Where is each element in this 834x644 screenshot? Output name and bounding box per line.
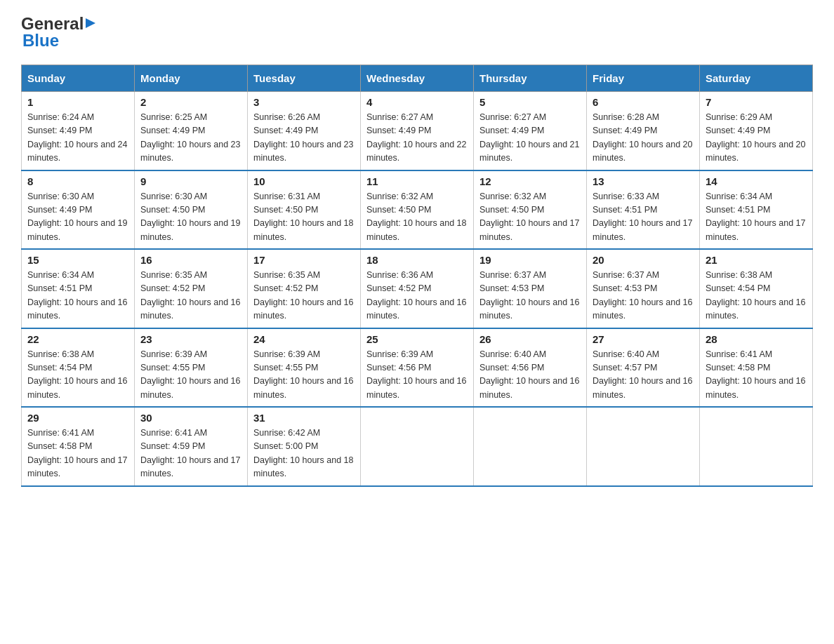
calendar-cell: 6 Sunrise: 6:28 AMSunset: 4:49 PMDayligh…: [587, 92, 700, 170]
day-info: Sunrise: 6:24 AMSunset: 4:49 PMDaylight:…: [27, 111, 128, 166]
weekday-header-sunday: Sunday: [22, 65, 135, 92]
calendar-cell: 3 Sunrise: 6:26 AMSunset: 4:49 PMDayligh…: [248, 92, 361, 170]
calendar-cell: 14 Sunrise: 6:34 AMSunset: 4:51 PMDaylig…: [700, 170, 813, 250]
day-number: 2: [140, 96, 241, 108]
day-number: 26: [479, 333, 581, 345]
calendar-cell: 5 Sunrise: 6:27 AMSunset: 4:49 PMDayligh…: [474, 92, 587, 170]
day-number: 17: [253, 254, 355, 266]
day-number: 11: [366, 175, 468, 187]
day-info: Sunrise: 6:29 AMSunset: 4:49 PMDaylight:…: [706, 111, 807, 166]
day-number: 21: [706, 254, 807, 266]
weekday-header-row: SundayMondayTuesdayWednesdayThursdayFrid…: [22, 65, 813, 92]
calendar-cell: 24 Sunrise: 6:39 AMSunset: 4:55 PMDaylig…: [248, 328, 361, 408]
day-number: 13: [593, 175, 694, 187]
weekday-header-friday: Friday: [587, 65, 700, 92]
day-info: Sunrise: 6:39 AMSunset: 4:56 PMDaylight:…: [366, 348, 468, 403]
calendar-table: SundayMondayTuesdayWednesdayThursdayFrid…: [21, 65, 813, 487]
day-number: 4: [366, 96, 468, 108]
week-row-5: 29 Sunrise: 6:41 AMSunset: 4:58 PMDaylig…: [22, 407, 813, 486]
calendar-cell: 27 Sunrise: 6:40 AMSunset: 4:57 PMDaylig…: [587, 328, 700, 408]
day-number: 14: [706, 175, 807, 187]
week-row-1: 1 Sunrise: 6:24 AMSunset: 4:49 PMDayligh…: [22, 92, 813, 170]
day-number: 16: [140, 254, 241, 266]
day-info: Sunrise: 6:37 AMSunset: 4:53 PMDaylight:…: [479, 269, 581, 323]
day-info: Sunrise: 6:28 AMSunset: 4:49 PMDaylight:…: [593, 111, 694, 166]
day-number: 9: [140, 175, 241, 187]
calendar-cell: 25 Sunrise: 6:39 AMSunset: 4:56 PMDaylig…: [361, 328, 474, 408]
calendar-cell: 17 Sunrise: 6:35 AMSunset: 4:52 PMDaylig…: [248, 249, 361, 328]
day-number: 6: [593, 96, 694, 108]
calendar-cell: 1 Sunrise: 6:24 AMSunset: 4:49 PMDayligh…: [22, 92, 135, 170]
day-number: 31: [253, 412, 355, 424]
day-number: 12: [479, 175, 581, 187]
calendar-cell: 7 Sunrise: 6:29 AMSunset: 4:49 PMDayligh…: [700, 92, 813, 170]
day-number: 24: [253, 333, 355, 345]
day-info: Sunrise: 6:39 AMSunset: 4:55 PMDaylight:…: [253, 348, 355, 403]
week-row-4: 22 Sunrise: 6:38 AMSunset: 4:54 PMDaylig…: [22, 328, 813, 408]
day-number: 18: [366, 254, 468, 266]
day-info: Sunrise: 6:31 AMSunset: 4:50 PMDaylight:…: [253, 190, 355, 245]
calendar-cell: 26 Sunrise: 6:40 AMSunset: 4:56 PMDaylig…: [474, 328, 587, 408]
day-number: 7: [706, 96, 807, 108]
day-info: Sunrise: 6:32 AMSunset: 4:50 PMDaylight:…: [479, 190, 581, 245]
day-info: Sunrise: 6:42 AMSunset: 5:00 PMDaylight:…: [253, 427, 355, 481]
day-number: 8: [27, 175, 128, 187]
calendar-cell: 30 Sunrise: 6:41 AMSunset: 4:59 PMDaylig…: [135, 407, 248, 486]
day-number: 29: [27, 412, 128, 424]
day-info: Sunrise: 6:40 AMSunset: 4:57 PMDaylight:…: [593, 348, 694, 403]
calendar-cell: 12 Sunrise: 6:32 AMSunset: 4:50 PMDaylig…: [474, 170, 587, 250]
calendar-cell: 22 Sunrise: 6:38 AMSunset: 4:54 PMDaylig…: [22, 328, 135, 408]
calendar-cell: [700, 407, 813, 486]
calendar-cell: [587, 407, 700, 486]
day-info: Sunrise: 6:35 AMSunset: 4:52 PMDaylight:…: [140, 269, 241, 323]
week-row-3: 15 Sunrise: 6:34 AMSunset: 4:51 PMDaylig…: [22, 249, 813, 328]
day-number: 19: [479, 254, 581, 266]
day-info: Sunrise: 6:35 AMSunset: 4:52 PMDaylight:…: [253, 269, 355, 323]
calendar-cell: 13 Sunrise: 6:33 AMSunset: 4:51 PMDaylig…: [587, 170, 700, 250]
logo-blue-text: Blue: [22, 31, 59, 51]
day-info: Sunrise: 6:25 AMSunset: 4:49 PMDaylight:…: [140, 111, 241, 166]
calendar-cell: [474, 407, 587, 486]
day-info: Sunrise: 6:41 AMSunset: 4:58 PMDaylight:…: [706, 348, 807, 403]
week-row-2: 8 Sunrise: 6:30 AMSunset: 4:49 PMDayligh…: [22, 170, 813, 250]
day-number: 20: [593, 254, 694, 266]
day-number: 25: [366, 333, 468, 345]
day-number: 30: [140, 412, 241, 424]
calendar-cell: 23 Sunrise: 6:39 AMSunset: 4:55 PMDaylig…: [135, 328, 248, 408]
day-number: 15: [27, 254, 128, 266]
calendar-cell: 8 Sunrise: 6:30 AMSunset: 4:49 PMDayligh…: [22, 170, 135, 250]
weekday-header-wednesday: Wednesday: [361, 65, 474, 92]
day-number: 1: [27, 96, 128, 108]
calendar-cell: 19 Sunrise: 6:37 AMSunset: 4:53 PMDaylig…: [474, 249, 587, 328]
day-info: Sunrise: 6:33 AMSunset: 4:51 PMDaylight:…: [593, 190, 694, 245]
weekday-header-thursday: Thursday: [474, 65, 587, 92]
day-info: Sunrise: 6:30 AMSunset: 4:49 PMDaylight:…: [27, 190, 128, 245]
day-info: Sunrise: 6:38 AMSunset: 4:54 PMDaylight:…: [706, 269, 807, 323]
day-info: Sunrise: 6:27 AMSunset: 4:49 PMDaylight:…: [479, 111, 581, 166]
page-header: General Blue: [21, 14, 813, 51]
calendar-cell: 2 Sunrise: 6:25 AMSunset: 4:49 PMDayligh…: [135, 92, 248, 170]
calendar-cell: 20 Sunrise: 6:37 AMSunset: 4:53 PMDaylig…: [587, 249, 700, 328]
svg-marker-0: [86, 18, 95, 28]
calendar-cell: 9 Sunrise: 6:30 AMSunset: 4:50 PMDayligh…: [135, 170, 248, 250]
calendar-cell: 16 Sunrise: 6:35 AMSunset: 4:52 PMDaylig…: [135, 249, 248, 328]
day-info: Sunrise: 6:30 AMSunset: 4:50 PMDaylight:…: [140, 190, 241, 245]
day-number: 27: [593, 333, 694, 345]
day-number: 10: [253, 175, 355, 187]
logo: General Blue: [21, 14, 98, 51]
day-number: 3: [253, 96, 355, 108]
logo-arrow-icon: [86, 17, 98, 29]
day-info: Sunrise: 6:41 AMSunset: 4:59 PMDaylight:…: [140, 427, 241, 481]
calendar-cell: 18 Sunrise: 6:36 AMSunset: 4:52 PMDaylig…: [361, 249, 474, 328]
calendar-cell: 11 Sunrise: 6:32 AMSunset: 4:50 PMDaylig…: [361, 170, 474, 250]
day-info: Sunrise: 6:26 AMSunset: 4:49 PMDaylight:…: [253, 111, 355, 166]
day-info: Sunrise: 6:37 AMSunset: 4:53 PMDaylight:…: [593, 269, 694, 323]
calendar-cell: 15 Sunrise: 6:34 AMSunset: 4:51 PMDaylig…: [22, 249, 135, 328]
calendar-cell: 28 Sunrise: 6:41 AMSunset: 4:58 PMDaylig…: [700, 328, 813, 408]
day-info: Sunrise: 6:34 AMSunset: 4:51 PMDaylight:…: [27, 269, 128, 323]
day-info: Sunrise: 6:36 AMSunset: 4:52 PMDaylight:…: [366, 269, 468, 323]
day-number: 5: [479, 96, 581, 108]
day-number: 28: [706, 333, 807, 345]
day-info: Sunrise: 6:40 AMSunset: 4:56 PMDaylight:…: [479, 348, 581, 403]
weekday-header-saturday: Saturday: [700, 65, 813, 92]
